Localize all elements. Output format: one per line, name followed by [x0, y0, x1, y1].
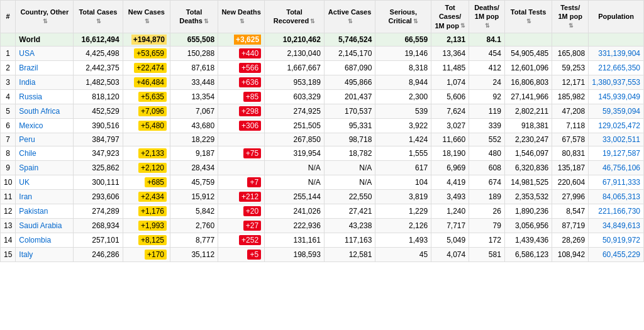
col-header-country[interactable]: Country, Other⇅: [16, 1, 74, 33]
cell-serious: 3,819: [375, 189, 431, 204]
cell-total_cases: 384,797: [74, 133, 123, 146]
country-link[interactable]: South Africa: [19, 107, 60, 116]
world-new_deaths: +3,625: [218, 33, 265, 46]
cell-total_tests: 6,586,123: [504, 247, 552, 261]
cell-active_cases: 22,550: [324, 189, 375, 204]
country-link[interactable]: Pakistan: [19, 207, 48, 216]
sort-icon[interactable]: ⇅: [145, 18, 150, 26]
cell-total_recovered: 131,161: [265, 233, 325, 247]
table-row: 8Chile347,923+2,1339,187+75319,95418,782…: [1, 146, 644, 160]
world-total_cases: 16,612,494: [74, 33, 123, 46]
col-header-new_cases[interactable]: New Cases⇅: [123, 1, 170, 33]
col-header-deaths_per_1m[interactable]: Deaths/ 1M pop⇅: [469, 1, 505, 33]
cell-country: India: [16, 75, 74, 89]
sort-icon[interactable]: ⇅: [413, 18, 418, 26]
cell-serious: 104: [375, 175, 431, 189]
col-header-tests_per_1m[interactable]: Tests/ 1M pop⇅: [552, 1, 589, 33]
sort-icon[interactable]: ⇅: [460, 23, 465, 30]
cell-new_deaths: +566: [218, 60, 265, 75]
cell-serious: 8,944: [375, 75, 431, 89]
col-header-serious[interactable]: Serious, Critical⇅: [375, 1, 431, 33]
country-link[interactable]: Brazil: [19, 63, 38, 72]
new-deaths-badge: +636: [239, 77, 261, 87]
sort-icon[interactable]: ⇅: [96, 18, 101, 26]
new-deaths-badge: +566: [239, 63, 261, 73]
country-link[interactable]: USA: [19, 49, 35, 58]
cell-cases_per_1m: 18,190: [431, 146, 469, 160]
cell-deaths_per_1m: 454: [469, 46, 505, 60]
cell-deaths_per_1m: 26: [469, 204, 505, 218]
cell-active_cases: 687,090: [324, 60, 375, 75]
cell-total_deaths: 150,288: [170, 46, 218, 60]
sort-icon[interactable]: ⇅: [204, 18, 209, 26]
sort-icon[interactable]: ⇅: [310, 18, 315, 26]
cell-serious: 539: [375, 104, 431, 118]
cell-country: USA: [16, 46, 74, 60]
country-link[interactable]: Saudi Arabia: [19, 221, 62, 230]
new-deaths-badge: +252: [239, 235, 261, 245]
cell-tests_per_1m: 59,253: [552, 60, 589, 75]
cell-cases_per_1m: 13,364: [431, 46, 469, 60]
cell-tests_per_1m: 28,269: [552, 233, 589, 247]
col-header-new_deaths[interactable]: New Deaths⇅: [218, 1, 265, 33]
cell-cases_per_1m: 7,624: [431, 104, 469, 118]
cell-active_cases: 170,537: [324, 104, 375, 118]
new-deaths-badge: +75: [243, 148, 261, 158]
cell-country: Colombia: [16, 233, 74, 247]
cell-num: 9: [1, 160, 16, 175]
sort-icon[interactable]: ⇅: [569, 23, 574, 30]
new-deaths-badge: +306: [239, 121, 261, 131]
col-header-active_cases[interactable]: Active Cases⇅: [324, 1, 375, 33]
new-deaths-badge: +20: [243, 206, 261, 216]
sort-icon[interactable]: ⇅: [526, 18, 531, 26]
world-serious: 66,559: [375, 33, 431, 46]
cell-country: UK: [16, 175, 74, 189]
cell-country: Russia: [16, 89, 74, 104]
country-link[interactable]: Peru: [19, 135, 35, 144]
new-deaths-badge: +298: [239, 106, 261, 116]
country-link[interactable]: Russia: [19, 92, 42, 101]
cell-total_recovered: 267,850: [265, 133, 325, 146]
country-link[interactable]: Spain: [19, 163, 38, 172]
cell-total_tests: 2,353,532: [504, 189, 552, 204]
cell-num: 6: [1, 118, 16, 133]
population-value: 33,002,511: [602, 135, 640, 144]
cell-total_recovered: 319,954: [265, 146, 325, 160]
cell-cases_per_1m: 4,419: [431, 175, 469, 189]
col-header-total_deaths[interactable]: Total Deaths⇅: [170, 1, 218, 33]
cell-total_deaths: 15,912: [170, 189, 218, 204]
country-link[interactable]: Chile: [19, 149, 36, 158]
cell-new_cases: +7,096: [123, 104, 170, 118]
cell-total_tests: 27,141,966: [504, 89, 552, 104]
cell-total_tests: 1,546,097: [504, 146, 552, 160]
country-link[interactable]: Colombia: [19, 236, 51, 245]
cell-total_cases: 347,923: [74, 146, 123, 160]
col-header-total_recovered[interactable]: Total Recovered⇅: [265, 1, 325, 33]
cell-serious: 3,922: [375, 118, 431, 133]
cell-total_recovered: 222,936: [265, 218, 325, 233]
country-link[interactable]: India: [19, 78, 35, 87]
cell-serious: 1,493: [375, 233, 431, 247]
country-link[interactable]: Mexico: [19, 121, 43, 130]
cell-total_tests: 3,056,956: [504, 218, 552, 233]
sort-icon[interactable]: ⇅: [348, 18, 353, 26]
country-link[interactable]: Italy: [19, 250, 33, 259]
country-link[interactable]: UK: [19, 178, 30, 187]
col-header-total_tests[interactable]: Total Tests⇅: [504, 1, 552, 33]
cell-total_cases: 390,516: [74, 118, 123, 133]
sort-icon[interactable]: ⇅: [485, 23, 490, 30]
sort-icon[interactable]: ⇅: [43, 18, 48, 26]
cell-total_deaths: 45,759: [170, 175, 218, 189]
cell-serious: 45: [375, 247, 431, 261]
cell-total_cases: 4,425,498: [74, 46, 123, 60]
cell-population: 67,911,333: [589, 175, 644, 189]
table-row: 9Spain325,862+2,12028,434N/AN/A6176,9696…: [1, 160, 644, 175]
col-header-cases_per_1m[interactable]: Tot Cases/ 1M pop⇅: [431, 1, 469, 33]
cell-tests_per_1m: 80,831: [552, 146, 589, 160]
sort-icon[interactable]: ⇅: [240, 18, 245, 26]
table-row: 6Mexico390,516+5,48043,680+306251,50595,…: [1, 118, 644, 133]
col-header-total_cases[interactable]: Total Cases⇅: [74, 1, 123, 33]
cell-population: 46,756,106: [589, 160, 644, 175]
country-link[interactable]: Iran: [19, 192, 32, 201]
cell-tests_per_1m: 135,187: [552, 160, 589, 175]
